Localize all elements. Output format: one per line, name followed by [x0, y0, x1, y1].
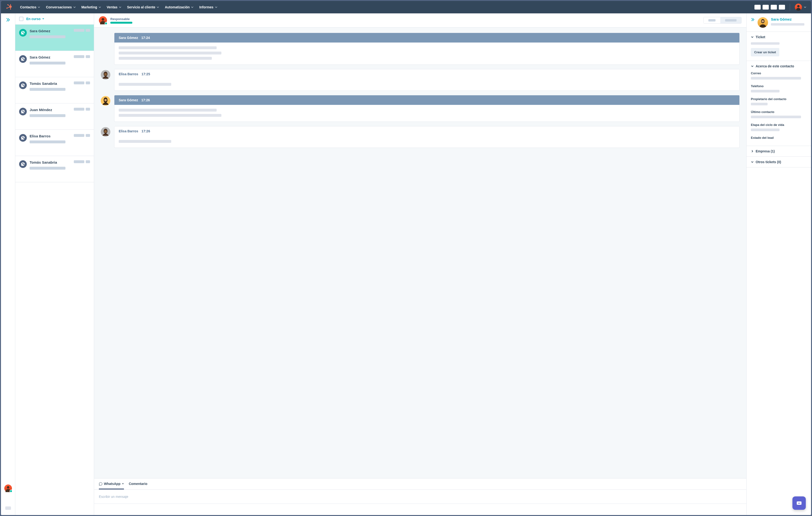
conversation-preview-placeholder [30, 167, 65, 170]
message-sender: Sara Gómez [119, 98, 138, 102]
compose-tabs: WhatsApp ▼ Comentario [94, 478, 746, 489]
conversation-meta-placeholder [74, 82, 84, 84]
compose-tab-whatsapp[interactable]: WhatsApp ▼ [99, 482, 124, 489]
whatsapp-icon [19, 160, 27, 168]
message-header: Elisa Barros 17:26 [114, 126, 740, 136]
compose-area [94, 489, 746, 504]
select-all-checkbox[interactable] [19, 17, 23, 21]
svg-point-10 [102, 18, 104, 21]
section-label: Empresa (1) [756, 149, 775, 153]
conversation-preview-placeholder [30, 114, 65, 117]
message-avatar [101, 70, 110, 80]
compose-toolbar [94, 504, 746, 515]
responsible-label: Responsable [110, 17, 703, 21]
message-row: Sara Gómez 17:24 [101, 33, 740, 65]
conversation-item[interactable]: Tomás Sanabria [15, 156, 94, 182]
section-label: Ticket [756, 35, 765, 39]
field-label: Teléfono [751, 84, 807, 88]
field-label: Último contacto [751, 110, 807, 114]
nav-item-servicio-al-cliente[interactable]: Servicio al cliente [127, 5, 159, 9]
contact-avatar[interactable] [758, 17, 768, 28]
other-tickets-accordion-toggle[interactable]: Otros tickets (0) [747, 157, 811, 167]
nav-label: Informes [199, 5, 213, 9]
conversation-list-panel: En curso Sara Gómez Sara Gómez Tomás San… [15, 13, 94, 515]
about-accordion-toggle[interactable]: Acerca de este contacto [747, 61, 811, 71]
message-input[interactable] [99, 495, 742, 498]
conversation-item[interactable]: Tomás Sanabria [15, 77, 94, 104]
conversation-meta-placeholder [86, 160, 90, 163]
divider [790, 4, 790, 11]
whatsapp-icon [19, 29, 27, 36]
nav-action-2[interactable] [762, 5, 769, 9]
nav-item-automatización[interactable]: Automatización [165, 5, 194, 9]
message-time: 17:26 [141, 98, 150, 102]
hubspot-logo[interactable] [6, 4, 12, 10]
message-thread: Sara Gómez 17:24 Elisa Barros 17:25 Sara… [94, 27, 746, 478]
chevron-right-icon [751, 150, 754, 153]
nav-item-marketing[interactable]: Marketing [82, 5, 101, 9]
chat-widget-button[interactable] [792, 496, 806, 510]
conversation-meta-placeholder [74, 108, 84, 111]
chevron-down-icon [751, 65, 754, 67]
nav-action-1[interactable] [754, 5, 761, 9]
view-toggle [703, 17, 742, 24]
conversation-item[interactable]: Juan Méndez [15, 104, 94, 130]
message-header: Sara Gómez 17:26 [114, 95, 740, 105]
field-value-placeholder [751, 77, 801, 80]
create-ticket-button[interactable]: Crear un ticket [751, 48, 779, 56]
company-accordion-toggle[interactable]: Empresa (1) [747, 146, 811, 156]
nav-action-4[interactable] [779, 5, 785, 9]
nav-label: Marketing [82, 5, 97, 9]
svg-point-19 [762, 20, 764, 23]
ticket-accordion-toggle[interactable]: Ticket [747, 32, 811, 42]
svg-point-17 [104, 130, 107, 133]
conversation-list: Sara Gómez Sara Gómez Tomás Sanabria Jua… [15, 25, 94, 515]
status-filter-dropdown[interactable]: En curso [26, 17, 45, 21]
view-toggle-option-2[interactable] [720, 17, 741, 23]
view-toggle-option-1[interactable] [703, 17, 720, 23]
compose-tab-comment[interactable]: Comentario [129, 482, 147, 489]
message-row: Elisa Barros 17:26 [101, 126, 740, 148]
message-time: 17:25 [142, 72, 150, 76]
message-text-placeholder [119, 57, 212, 60]
user-avatar[interactable] [795, 4, 802, 11]
conversation-item[interactable]: Sara Gómez [15, 51, 94, 77]
contact-name[interactable]: Sara Gómez [771, 17, 804, 21]
nav-item-contactos[interactable]: Contactos [20, 5, 40, 9]
message-text-placeholder [119, 46, 216, 49]
message-row: Elisa Barros 17:25 [101, 69, 740, 91]
chevron-down-icon [42, 18, 45, 20]
message-avatar [101, 127, 110, 137]
other-tickets-section: Otros tickets (0) [747, 157, 811, 168]
message-bubble: Sara Gómez 17:26 [114, 95, 740, 122]
svg-point-8 [7, 486, 9, 489]
collapse-right-icon[interactable] [751, 18, 755, 23]
chevron-down-icon[interactable] [804, 6, 806, 8]
nav-item-conversaciones[interactable]: Conversaciones [46, 5, 76, 9]
chevron-down-icon [751, 161, 754, 163]
nav-label: Automatización [165, 5, 190, 9]
message-bubble: Sara Gómez 17:24 [114, 33, 740, 65]
conversation-item[interactable]: Elisa Barros [15, 130, 94, 156]
agent-avatar[interactable] [4, 484, 12, 492]
nav-item-ventas[interactable]: Ventas [107, 5, 121, 9]
field-label: Propietario del contacto [751, 97, 807, 101]
nav-item-informes[interactable]: Informes [199, 5, 217, 9]
nav-label: Ventas [107, 5, 117, 9]
whatsapp-icon [19, 134, 27, 142]
nav-action-3[interactable] [771, 5, 777, 9]
message-time: 17:26 [142, 129, 150, 133]
expand-sidebar-icon[interactable] [6, 18, 10, 23]
ticket-placeholder [751, 42, 780, 45]
message-text-placeholder [119, 52, 222, 55]
chevron-down-icon [99, 6, 101, 8]
message-text-placeholder [119, 114, 222, 117]
conversation-item[interactable]: Sara Gómez [15, 25, 94, 51]
whatsapp-icon [19, 55, 27, 63]
conversation-meta-placeholder [74, 29, 84, 32]
conversation-meta-placeholder [74, 134, 84, 137]
nav-label: Contactos [20, 5, 36, 9]
header-avatar[interactable] [99, 16, 107, 24]
nav-label: Conversaciones [46, 5, 71, 9]
message-header: Elisa Barros 17:25 [114, 69, 740, 79]
